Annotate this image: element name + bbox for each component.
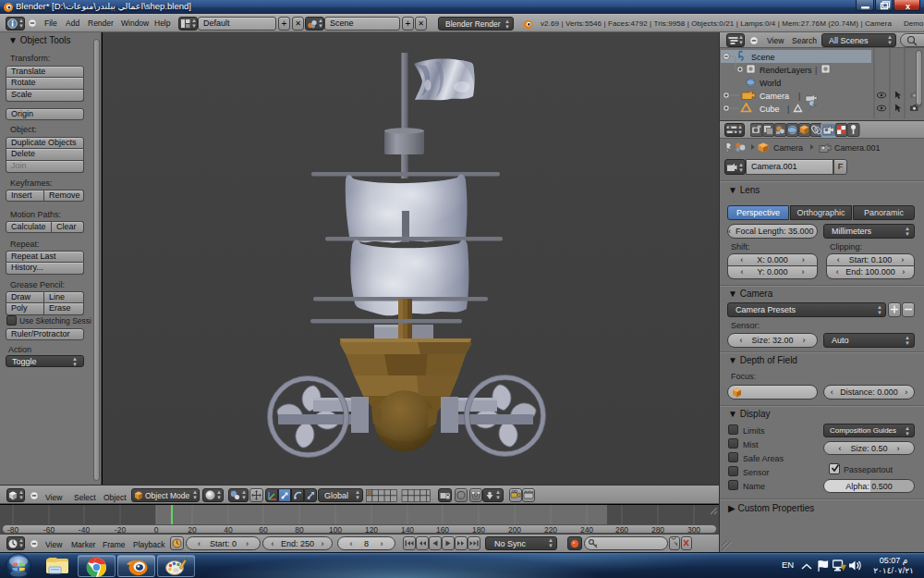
svg-text:Camera: Camera xyxy=(773,143,803,153)
svg-text:Camera: Camera xyxy=(760,92,789,101)
svg-text:Camera.001: Camera.001 xyxy=(834,143,881,153)
svg-text:!: ! xyxy=(843,565,845,571)
svg-text:RenderLayers: RenderLayers xyxy=(760,66,812,75)
svg-text:|: | xyxy=(787,105,789,114)
svg-text:|: | xyxy=(798,92,800,101)
svg-text:|: | xyxy=(815,66,817,75)
svg-text:Cube: Cube xyxy=(760,105,780,114)
svg-text:Scene: Scene xyxy=(751,53,775,62)
svg-text:World: World xyxy=(760,79,781,88)
svg-text:x: x xyxy=(906,2,910,11)
